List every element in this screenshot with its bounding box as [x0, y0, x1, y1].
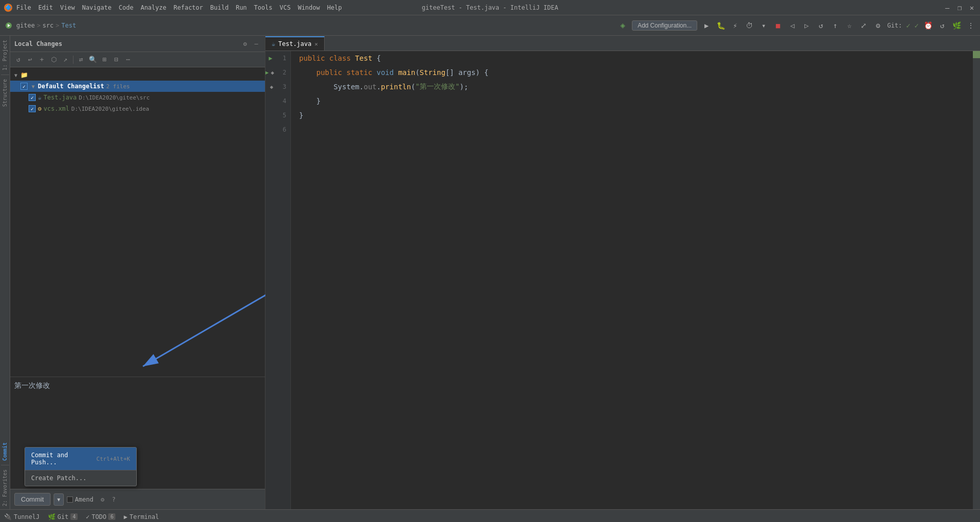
run-gutter-1[interactable]: ▶: [267, 55, 274, 62]
tab-close-button[interactable]: ✕: [314, 41, 318, 47]
changelist-area: ▼ 📁 ▼ Default Changelist 2 files ☕ Test.…: [10, 67, 265, 377]
commit-button-label: Commit: [21, 495, 44, 503]
app-logo: 🔷: [4, 4, 12, 12]
local-changes-header: Local Changes ⚙ —: [10, 36, 265, 52]
settings-icon[interactable]: ⚙: [240, 39, 250, 48]
test-java-tab[interactable]: ☕ Test.java ✕: [265, 36, 325, 51]
gutter-line-2: ▶ ◆ 2: [265, 65, 290, 80]
changelist-checkbox[interactable]: [20, 83, 28, 90]
terminal-tab[interactable]: ▶ Terminal: [124, 511, 159, 523]
menu-file[interactable]: File: [16, 4, 31, 11]
menu-analyze[interactable]: Analyze: [140, 4, 166, 11]
nav-back[interactable]: ◁: [787, 20, 797, 31]
commit-button[interactable]: Commit: [14, 493, 51, 506]
menu-view[interactable]: View: [60, 4, 75, 11]
commit-and-push-item[interactable]: Commit and Push... Ctrl+Alt+K: [25, 448, 136, 470]
maximize-button[interactable]: ❐: [955, 4, 964, 12]
menu-help[interactable]: Help: [327, 4, 342, 11]
gutter-line-4: 4: [265, 94, 290, 108]
code-line-6: [299, 122, 965, 137]
menu-run[interactable]: Run: [236, 4, 247, 11]
code-content[interactable]: public class Test { public static void m…: [291, 51, 973, 509]
menu-window[interactable]: Window: [298, 4, 320, 11]
amend-checkbox[interactable]: [67, 496, 73, 503]
bookmark-gutter-2: ◆: [271, 69, 274, 76]
breadcrumb-test[interactable]: Test: [61, 22, 76, 29]
file-row-xml[interactable]: ⚙ vcs.xml D:\IDEA2020\gitee\.idea: [10, 103, 265, 114]
settings-button[interactable]: ⚙: [873, 20, 883, 31]
breadcrumb-src[interactable]: src: [42, 22, 54, 29]
menu-code[interactable]: Code: [119, 4, 134, 11]
show-diff-icon[interactable]: ⬡: [48, 55, 59, 65]
menu-navigate[interactable]: Navigate: [82, 4, 112, 11]
project-tab[interactable]: 1: Project: [1, 37, 9, 73]
main-toolbar: gitee > src > Test ◈ Add Configuration..…: [0, 15, 980, 36]
dropdown-arrow[interactable]: ▾: [758, 20, 769, 31]
tunnelj-tab[interactable]: 🔌 TunnelJ: [4, 511, 40, 523]
move-to-changelist-icon[interactable]: ⇄: [76, 55, 86, 65]
commit-dropdown-button[interactable]: ▾: [54, 493, 64, 506]
favorites-tab[interactable]: 2: Favorites: [1, 466, 9, 509]
amend-help-icon[interactable]: ?: [110, 495, 118, 504]
changelist-expand[interactable]: ▼: [30, 83, 37, 90]
refresh-icon[interactable]: ↺: [13, 55, 23, 65]
changelist-row[interactable]: ▼ Default Changelist 2 files: [10, 81, 265, 92]
expand-all-icon[interactable]: ⊞: [100, 55, 110, 65]
menu-refactor[interactable]: Refactor: [174, 4, 203, 11]
group-by-icon[interactable]: ⋯: [123, 55, 133, 65]
java-checkbox[interactable]: [29, 94, 36, 101]
xml-checkbox[interactable]: [29, 105, 36, 112]
bookmark-gutter-3: ◆: [269, 83, 274, 90]
stop-button[interactable]: ■: [773, 20, 783, 31]
menu-tools[interactable]: Tools: [254, 4, 273, 11]
file-row-java[interactable]: ☕ Test.java D:\IDEA2020\gitee\src: [10, 92, 265, 103]
left-panel: Local Changes ⚙ — ↺ ↩ + ⬡ ↗ ⇄ 🔍 ⊞ ⊟ ⋯ ▼: [10, 36, 265, 509]
git-history[interactable]: ⏰: [923, 20, 933, 31]
minimize-panel-icon[interactable]: —: [252, 39, 261, 48]
run-gutter-2[interactable]: ▶: [265, 69, 268, 76]
breadcrumb: gitee > src > Test: [16, 22, 76, 29]
push-button[interactable]: ↑: [830, 20, 840, 31]
debug-button[interactable]: 🐛: [716, 20, 726, 31]
commit-tab[interactable]: Commit: [1, 439, 9, 464]
menu-edit[interactable]: Edit: [38, 4, 53, 11]
expand-icon[interactable]: ▼: [12, 71, 19, 79]
root-folder-row[interactable]: ▼ 📁: [10, 69, 265, 81]
todo-label: TODO: [92, 513, 107, 520]
git-menu[interactable]: ⋮: [966, 20, 976, 31]
open-favorites[interactable]: ☆: [844, 20, 854, 31]
window-controls[interactable]: — ❐ ✕: [943, 4, 976, 12]
create-patch-item[interactable]: Create Patch...: [25, 470, 136, 486]
run-with-coverage[interactable]: ⚡: [730, 20, 740, 31]
todo-tab[interactable]: ✓ TODO 6: [86, 511, 115, 523]
amend-settings-icon[interactable]: ⚙: [99, 495, 107, 504]
add-to-vcs-icon[interactable]: +: [37, 55, 47, 65]
update-button[interactable]: ↺: [816, 20, 826, 31]
todo-icon: ✓: [86, 513, 89, 520]
nav-forward[interactable]: ▷: [801, 20, 812, 31]
search-icon[interactable]: 🔍: [88, 55, 98, 65]
structure-tab[interactable]: Structure: [1, 76, 9, 110]
add-configuration-button[interactable]: Add Configuration...: [632, 20, 697, 31]
collapse-all-icon[interactable]: ⊟: [111, 55, 121, 65]
commit-message-text[interactable]: 第一次修改: [14, 381, 261, 390]
jump-to-source-icon[interactable]: ↗: [60, 55, 70, 65]
breadcrumb-gitee[interactable]: gitee: [16, 22, 35, 29]
back-button[interactable]: [4, 21, 13, 30]
expand-window[interactable]: ⤢: [859, 20, 869, 31]
code-line-1: public class Test {: [299, 51, 965, 65]
menu-vcs[interactable]: VCS: [280, 4, 291, 11]
git-branches[interactable]: 🌿: [951, 20, 962, 31]
rollback-icon[interactable]: ↩: [25, 55, 35, 65]
close-button[interactable]: ✕: [968, 4, 976, 12]
run-button[interactable]: ▶: [701, 20, 712, 31]
git-check2: ✓: [915, 21, 919, 30]
git-bottom-tab[interactable]: 🌿 Git 4: [48, 511, 78, 523]
profile-button[interactable]: ⏱: [744, 20, 754, 31]
left-panel-tabs: 1: Project Structure Commit 2: Favorites: [0, 36, 10, 509]
breadcrumb-sep1: >: [37, 22, 40, 29]
vcs-status-icon[interactable]: ◈: [618, 20, 628, 31]
git-rollback[interactable]: ↺: [937, 20, 947, 31]
menu-build[interactable]: Build: [210, 4, 229, 11]
minimize-button[interactable]: —: [943, 4, 951, 12]
